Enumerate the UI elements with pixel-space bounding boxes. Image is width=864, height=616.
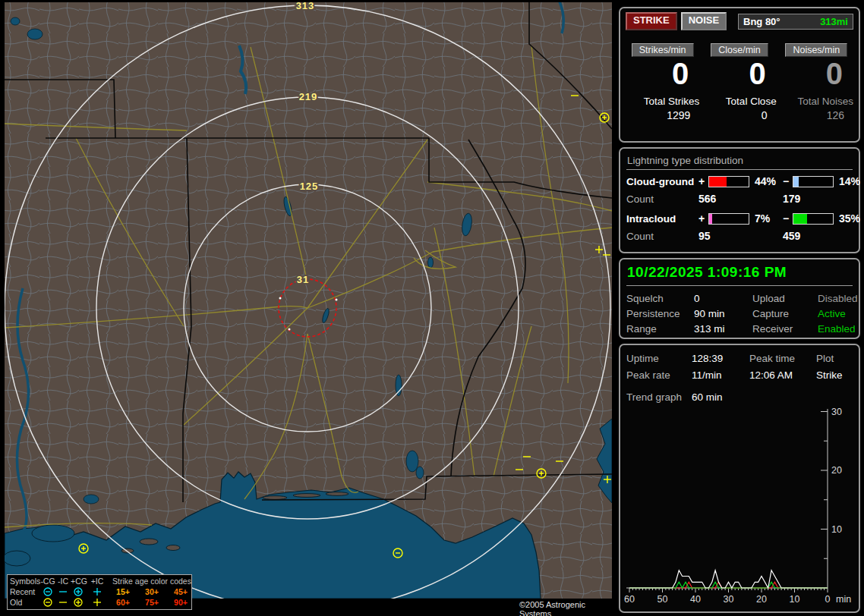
legend-age-header: Strike age color codes [109,577,195,586]
svg-text:20: 20 [831,465,842,476]
count-label: Count [626,193,698,205]
status-value-range: 313 mi [694,323,752,335]
count-label: Count [626,231,698,242]
rate-chip-close: Close/min [711,43,768,57]
legend-age-90: 90+ [166,598,195,607]
svg-text:min: min [836,594,851,605]
positive-bar [708,213,749,225]
map-area: 31321912531 Symbols -CG -IC +CG +IC Stri… [0,0,615,616]
legend-symbol-+ic [86,586,109,597]
positive-bar-fill [709,177,727,187]
noise-toggle-button[interactable]: NOISE [681,12,727,30]
range-ring-label: 219 [299,91,318,102]
map-legend: Symbols -CG -IC +CG +IC Strike age color… [7,574,192,610]
legend-symbol--ic [55,597,71,608]
rate-chip-strikes: Strikes/min [632,43,694,57]
legend-age-30: 30+ [137,587,166,596]
negative-bar [793,176,834,187]
status-panel: 10/22/2025 1:09:16 PM Squelch0UploadDisa… [619,258,860,339]
legend-row-recent: Recent15+30+45+ [10,586,189,597]
positive-bar [708,176,749,187]
status-label-upload: Upload [752,293,818,304]
negative-bar-fill [793,177,799,187]
distribution-type-label: Cloud-ground [626,176,698,187]
legend-age-60: 60+ [109,598,137,607]
legend-age-15: 15+ [109,587,137,596]
status-value-receiver: Enabled [818,323,858,335]
positive-percent: 7% [751,212,783,225]
trend-graph: 1020306050403020100min [620,345,859,611]
negative-count: 179 [783,193,853,205]
strike-toggle-button[interactable]: STRIKE [626,12,677,30]
legend-symbol--cg [40,586,55,597]
svg-text:30: 30 [724,594,734,605]
datetime-display: 10/22/2025 1:09:16 PM [626,262,853,286]
status-label-capture: Capture [752,308,818,319]
svg-text:30: 30 [831,407,842,417]
app-window: { "map": { "ring_labels": [ {"text": "31… [0,0,864,616]
svg-text:20: 20 [756,594,767,605]
svg-text:40: 40 [690,594,701,605]
status-value-capture: Active [818,308,858,319]
map-canvas[interactable]: 31321912531 [0,0,615,616]
distribution-header: Lightning type distribution [626,153,853,170]
legend-symbol--cg [40,597,55,608]
bearing-readout: Bng 80° 313mi [738,14,853,30]
plus-sign: + [698,212,708,225]
total-value-noises: 126 [780,109,853,121]
distribution-panel: Lightning type distribution Cloud-ground… [619,147,860,253]
rate-value-close: 0 [702,58,776,89]
positive-count: 95 [698,230,783,242]
rate-chip-noises: Noises/min [785,43,847,57]
svg-text:10: 10 [790,594,800,605]
distribution-row-cloud-ground: Cloud-ground+44%−14% [626,172,853,190]
status-value-persistence: 90 min [694,308,752,319]
legend-row-label: Recent [10,587,40,596]
svg-text:0: 0 [825,594,831,605]
status-label-receiver: Receiver [752,323,818,335]
total-label-strikes: Total Strikes [626,96,699,107]
legend-age-45: 45+ [166,587,195,596]
trend-series-total-strike-rate [629,570,828,588]
total-label-close: Total Close [702,96,776,107]
svg-text:50: 50 [657,594,668,605]
negative-bar-fill [793,214,807,224]
positive-bar-fill [709,214,712,224]
legend-col-neg-cg: -CG [40,577,55,586]
range-ring-label: 31 [297,274,309,285]
minus-sign: − [783,175,793,187]
negative-bar [793,213,834,225]
legend-symbol-+cg [71,597,86,608]
distribution-row-intracloud: Intracloud+7%−35% [626,209,853,228]
status-label-persistence: Persistence [626,308,694,319]
distribution-type-label: Intracloud [626,213,698,225]
legend-symbol-+cg [71,586,86,597]
positive-percent: 44% [751,175,783,187]
negative-percent: 35% [835,212,864,225]
minus-sign: − [783,212,793,225]
range-ring-label: 125 [300,181,319,192]
legend-col-neg-ic: -IC [55,577,71,586]
legend-row-label: Old [10,598,40,607]
legend-symbol-+ic [86,597,109,608]
status-label-squelch: Squelch [626,293,694,304]
copyright-text: ©2005 Astrogenic Systems [519,600,615,616]
total-label-noises: Total Noises [780,96,853,107]
total-value-close: 0 [702,109,776,121]
total-value-strikes: 1299 [626,109,699,121]
legend-col-pos-cg: +CG [71,577,86,586]
negative-count: 459 [783,230,853,242]
negative-percent: 14% [835,175,864,187]
legend-row-old: Old60+75+90+ [10,597,189,608]
distribution-count-row: Count95459 [626,228,853,244]
legend-age-75: 75+ [137,598,166,607]
legend-col-pos-ic: +IC [86,577,109,586]
counters-panel: STRIKE NOISE Bng 80° 313mi Strikes/minCl… [619,7,860,143]
stats-trend-panel: Uptime128:39Peak timePlotPeak rate11/min… [619,344,860,613]
status-label-range: Range [626,323,694,335]
legend-symbols-header: Symbols [10,577,40,586]
svg-text:60: 60 [624,594,635,605]
legend-symbol--ic [55,586,71,597]
positive-count: 566 [698,193,783,205]
rate-value-noises: 0 [780,58,853,89]
